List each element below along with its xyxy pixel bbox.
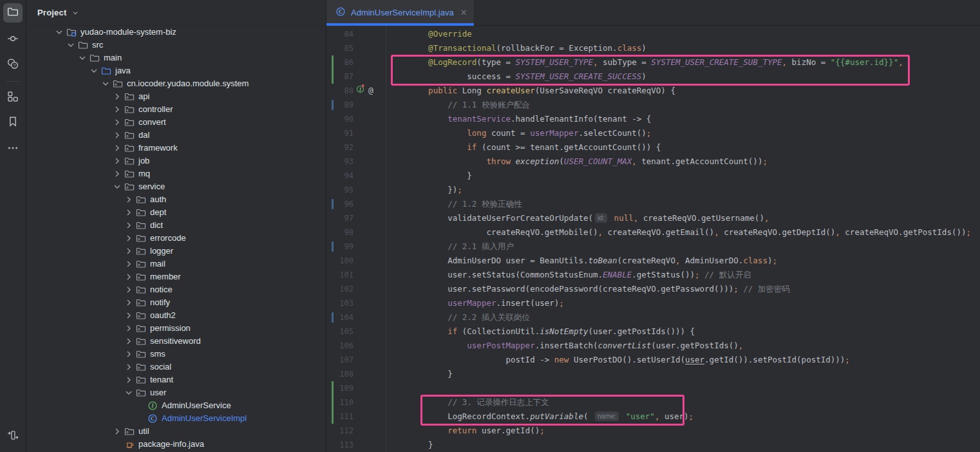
code-line-99[interactable]: 99 // 2.1 插入用户 [326, 240, 980, 254]
chevron-down-icon[interactable] [66, 40, 76, 50]
code-line-102[interactable]: 102 user.setPassword(encodePassword(crea… [326, 282, 980, 296]
chevron-right-icon[interactable] [124, 310, 134, 321]
line-number[interactable]: 113 [326, 438, 353, 452]
chevron-right-icon[interactable] [124, 194, 134, 205]
code-line-86[interactable]: 86 @LogRecord(type = SYSTEM_USER_TYPE, s… [326, 55, 980, 70]
line-number[interactable]: 104 [326, 310, 353, 325]
project-tool-button[interactable] [3, 3, 23, 23]
code-line-96[interactable]: 96 // 1.2 校验正确性 [326, 197, 980, 211]
line-number[interactable]: 110 [326, 395, 353, 410]
line-number[interactable]: 92 [326, 140, 353, 155]
tree-item-api[interactable]: api [26, 90, 326, 103]
code-line-87[interactable]: 87 success = SYSTEM_USER_CREATE_SUCCESS) [326, 70, 980, 84]
code-line-109[interactable]: 109 [326, 381, 980, 395]
tree-item-dict[interactable]: dict [26, 219, 326, 232]
tree-item-yudao-module-system-biz[interactable]: yudao-module-system-biz [26, 26, 326, 39]
chevron-down-icon[interactable] [124, 388, 134, 398]
chevron-right-icon[interactable] [112, 130, 122, 140]
line-number[interactable]: 98 [326, 225, 353, 240]
code-line-94[interactable]: 94 } [326, 169, 980, 183]
chevron-right-icon[interactable] [124, 207, 134, 218]
chevron-down-icon[interactable] [54, 27, 64, 37]
chevron-right-icon[interactable] [112, 143, 122, 153]
tree-item-util[interactable]: util [26, 425, 326, 438]
line-number[interactable]: 102 [326, 282, 353, 296]
annotation-gutter-icon[interactable]: @ [368, 84, 373, 98]
tree-item-mq[interactable]: mq [26, 167, 326, 180]
code-line-106[interactable]: 106 userPostMapper.insertBatch(convertLi… [326, 339, 980, 353]
code-line-113[interactable]: 113 } [326, 438, 980, 452]
tree-item-framework[interactable]: framework [26, 142, 326, 155]
code-line-98[interactable]: 98 createReqVO.getMobile(), createReqVO.… [326, 225, 980, 240]
line-number[interactable]: 99 [326, 240, 353, 254]
code-line-85[interactable]: 85 @Transactional(rollbackFor = Exceptio… [326, 41, 980, 55]
line-number[interactable]: 111 [326, 410, 353, 424]
tree-item-oauth2[interactable]: oauth2 [26, 309, 326, 322]
code-line-104[interactable]: 104 // 2.2 插入关联岗位 [326, 310, 980, 325]
chevron-right-icon[interactable] [124, 323, 134, 334]
line-number[interactable]: 107 [326, 353, 353, 367]
line-number[interactable]: 109 [326, 381, 353, 395]
tree-item-dal[interactable]: dal [26, 129, 326, 142]
chevron-right-icon[interactable] [112, 91, 122, 102]
chevron-right-icon[interactable] [112, 117, 122, 127]
tree-item-java[interactable]: java [26, 64, 326, 77]
code-line-97[interactable]: 97 validateUserForCreateOrUpdate(id: nul… [326, 211, 980, 225]
chevron-right-icon[interactable] [124, 233, 134, 243]
line-number[interactable]: 90 [326, 112, 353, 126]
close-icon[interactable]: ✕ [460, 8, 467, 17]
tree-item-notice[interactable]: notice [26, 283, 326, 296]
line-number[interactable]: 106 [326, 339, 353, 353]
line-number[interactable]: 96 [326, 197, 353, 211]
code-line-90[interactable]: 90 tenantService.handleTenantInfo(tenant… [326, 112, 980, 126]
commit-tool-button[interactable] [3, 30, 23, 50]
code-line-111[interactable]: 111 LogRecordContext.putVariable( name: … [326, 410, 980, 424]
chevron-right-icon[interactable] [124, 259, 134, 269]
chevron-down-icon[interactable] [89, 66, 99, 76]
tree-item-errorcode[interactable]: errorcode [26, 232, 326, 245]
tree-item-job[interactable]: job [26, 155, 326, 167]
project-panel-header[interactable]: Project [26, 0, 326, 26]
window-layout-button[interactable] [3, 427, 23, 446]
tree-item-package-info-java[interactable]: package-info.java [26, 438, 326, 451]
line-number[interactable]: 100 [326, 254, 353, 268]
chevron-right-icon[interactable] [124, 246, 134, 256]
line-number[interactable]: 108 [326, 367, 353, 381]
chevron-right-icon[interactable] [112, 426, 122, 437]
code-line-100[interactable]: 100 AdminUserDO user = BeanUtils.toBean(… [326, 254, 980, 268]
chevron-right-icon[interactable] [112, 169, 122, 179]
tree-item-convert[interactable]: convert [26, 116, 326, 129]
tree-item-sensitiveword[interactable]: sensitiveword [26, 335, 326, 348]
code-line-101[interactable]: 101 user.setStatus(CommonStatusEnum.ENAB… [326, 268, 980, 282]
chevron-right-icon[interactable] [124, 272, 134, 282]
code-line-91[interactable]: 91 long count = userMapper.selectCount()… [326, 126, 980, 140]
line-number[interactable]: 91 [326, 126, 353, 140]
code-line-84[interactable]: 84 @Override [326, 27, 980, 41]
tree-item-src[interactable]: src [26, 39, 326, 52]
tree-item-mail[interactable]: mail [26, 258, 326, 270]
chevron-right-icon[interactable] [112, 156, 122, 166]
chevron-right-icon[interactable] [124, 375, 134, 385]
code-line-88[interactable]: 88I@ public Long createUser(UserSaveReqV… [326, 84, 980, 98]
line-number[interactable]: 85 [326, 41, 353, 55]
line-number[interactable]: 87 [326, 70, 353, 84]
line-number[interactable]: 94 [326, 169, 353, 183]
tree-item-social[interactable]: social [26, 361, 326, 373]
tree-item-auth[interactable]: auth [26, 193, 326, 206]
line-number[interactable]: 89 [326, 98, 353, 112]
code-line-110[interactable]: 110 // 3. 记录操作日志上下文 [326, 395, 980, 410]
tree-item-tenant[interactable]: tenant [26, 373, 326, 386]
tree-item-logger[interactable]: logger [26, 245, 326, 258]
line-number[interactable]: 101 [326, 268, 353, 282]
implementing-method-icon[interactable]: I [356, 84, 366, 98]
line-number[interactable]: 86 [326, 55, 353, 70]
chevron-down-icon[interactable] [77, 53, 88, 63]
tab-adminuserserviceimpl-java[interactable]: C AdminUserServiceImpl.java ✕ [326, 0, 475, 25]
code-line-89[interactable]: 89 // 1.1 校验账户配合 [326, 98, 980, 112]
chevron-right-icon[interactable] [124, 362, 134, 372]
tree-item-main[interactable]: main [26, 52, 326, 64]
line-number[interactable]: 103 [326, 296, 353, 310]
line-number[interactable]: 93 [326, 155, 353, 169]
code-editor[interactable]: 84 @Override85 @Transactional(rollbackFo… [326, 26, 980, 452]
line-number[interactable]: 97 [326, 211, 353, 225]
